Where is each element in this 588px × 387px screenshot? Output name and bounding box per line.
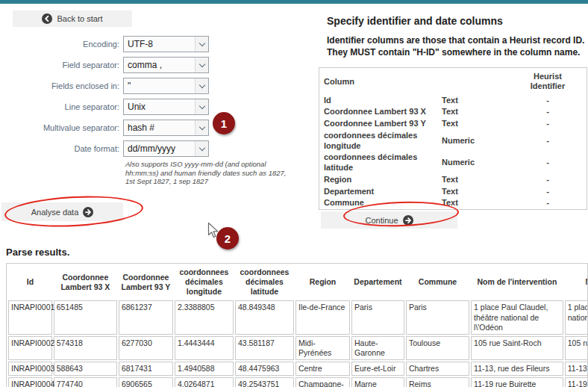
column-name: Region [319,174,437,186]
identifier-panel-title: Specify identifier and date columns [327,15,588,27]
analyse-annotation-ellipse [4,193,144,230]
field-separator-row: Field separator: comma , [0,57,209,73]
chevron-down-icon [195,58,208,72]
cell: INRAPI0003 [8,362,52,376]
date-format-select[interactable]: dd/mm/yyyy [123,140,209,157]
line-separator-value: Unix [124,99,195,114]
cell: Ile-de-France [295,300,350,334]
parse-results-title: Parse results. [6,247,588,258]
cell: 11-19 rue Buirette [471,377,563,387]
column-identifier: - [507,152,588,174]
table-row: INRAPI0002 574318 6277030 1.4443444 43.5… [8,336,588,360]
column-identifier: - [507,197,588,209]
cell: Champagne-Ardenne [295,377,350,387]
table-row: coordonnees décimales latitude Numeric - [319,152,588,174]
identifier-panel: Specify identifier and date columns Iden… [319,4,588,229]
back-arrow-circle-icon [42,13,52,24]
cell: 11-13, rue des Fileurs [471,362,563,376]
cell: 1.4443444 [175,336,234,360]
cell: 1 place Paul Claudel, théâtre national d… [565,300,588,334]
column-identifier: - [507,174,588,186]
chevron-down-icon [195,99,208,114]
date-format-value: dd/mm/yyyy [124,141,195,156]
encoding-row: Encoding: UTF-8 [0,36,209,52]
cell: Centre [295,362,350,376]
chevron-down-icon [195,141,208,156]
parse-results-section: Parse results. Id Coordonnee Lambert 93 … [0,247,588,387]
cell: 651485 [54,300,117,334]
field-separator-select[interactable]: comma , [123,57,209,73]
column-name: Coordonnee Lambert 93 X [319,106,437,118]
field-separator-value: comma , [124,58,195,72]
cell: Midi-Pyrénées [295,336,350,360]
col-header: coordonnees décimales latitude [235,265,294,299]
col-header: Id [8,265,52,299]
parse-results-table: Id Coordonnee Lambert 93 X Coordonnee La… [6,263,588,387]
column-identifier: - [507,118,588,130]
back-to-start-label: Back to start [57,14,102,23]
date-format-label: Date format: [0,144,123,153]
fields-enclosed-label: Fields enclosed in: [0,81,123,90]
cell: 43.581187 [235,336,294,360]
chevron-down-icon [195,37,208,52]
cell: 1 place Paul Claudel, théâtre national d… [471,300,563,334]
cell: 2.3388805 [175,300,234,334]
encoding-select[interactable]: UTF-8 [123,36,209,52]
line-separator-label: Line separator: [0,102,123,111]
col-header: Coordonnee Lambert 93 Y [119,265,173,299]
fields-enclosed-select[interactable]: " [123,78,209,94]
cell: Haute-Garonne [351,336,404,360]
cell: Chartres [406,362,469,376]
table-row: Id Text - [319,95,588,107]
parse-header-row: Id Coordonnee Lambert 93 X Coordonnee La… [8,265,588,299]
date-format-row: Date format: dd/mm/yyyy [0,140,209,157]
encoding-label: Encoding: [0,40,123,49]
annotation-badge-1: 1 [213,112,235,134]
cell: Eure-et-Loir [351,362,404,376]
field-separator-label: Field separator: [0,61,123,69]
cell: Marne [351,377,404,387]
cell: 6277030 [119,336,173,360]
table-row: Region Text - [319,174,588,186]
fields-enclosed-value: " [124,78,195,93]
cell: Paris [406,300,469,334]
cell: INRAPI0004 [8,377,52,387]
col-header: Departement [351,265,404,299]
column-type: Text [437,106,507,118]
date-format-hint: Also supports ISO yyyy-mm-dd (and option… [125,160,290,186]
cell: INRAPI0002 [8,336,52,360]
cell: 11-19 rue Buirette [565,377,588,387]
col-header: Nom de l'intervention [471,265,563,299]
col-header: Region [295,265,350,299]
col-header: coordonnees décimales longitude [175,265,234,299]
column-identifier: - [507,186,588,198]
heurist-identifier-header: Heurist Identifier [507,68,588,94]
cell: 105 rue Saint-Roch [565,336,588,360]
line-separator-row: Line separator: Unix [0,99,209,115]
mouse-cursor-icon [207,222,219,240]
cell: INRAPI0001 [8,300,52,334]
cell: 11-13, rue des Fileurs [565,362,588,376]
cell: 574318 [54,336,117,360]
column-type: Numeric [437,152,507,174]
column-identifier: - [507,95,588,107]
table-row: INRAPI0001 651485 6861237 2.3388805 48.8… [8,300,588,334]
multivalue-separator-value: hash # [124,120,195,135]
cell: 6817431 [119,362,173,376]
line-separator-select[interactable]: Unix [123,99,209,115]
columns-table: Column Heurist Identifier Id Text - Coor… [319,67,587,210]
columns-table-header-row: Column Heurist Identifier [319,68,588,94]
column-name: Departement [319,186,437,198]
encoding-value: UTF-8 [124,37,195,52]
back-to-start-button[interactable]: Back to start [13,10,132,27]
table-row: Coordonnee Lambert 93 Y Text - [319,118,588,130]
identifier-panel-description: Identifier columns are those that contai… [327,35,587,58]
cell: 588643 [54,362,117,376]
multivalue-separator-select[interactable]: hash # [123,120,209,136]
fields-enclosed-row: Fields enclosed in: " [0,78,209,94]
cell: 105 rue Saint-Roch [471,336,563,360]
multivalue-separator-row: Multivalue separator: hash # [0,120,209,136]
column-identifier: - [507,130,588,152]
chevron-down-icon [195,120,208,135]
csv-options-form: Encoding: UTF-8 Field separator: comma ,… [0,36,209,161]
